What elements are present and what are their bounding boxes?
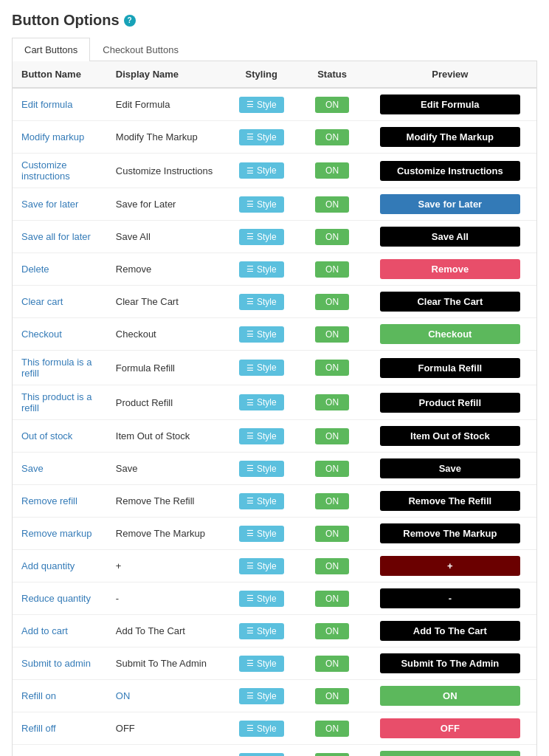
button-name-link-save-all-for-later[interactable]: Save all for later bbox=[21, 231, 91, 242]
style-button-save-all-for-later[interactable]: ☰ Style bbox=[239, 229, 284, 245]
display-name-cell-edit-formula: Edit Formula bbox=[107, 88, 222, 121]
display-name-cell-clear-cart: Clear The Cart bbox=[107, 286, 222, 318]
button-name-link-this-formula-is-a-refill[interactable]: This formula is a refill bbox=[21, 357, 92, 379]
style-button-submit-to-admin[interactable]: ☰ Style bbox=[239, 656, 284, 672]
style-button-add-quantity[interactable]: ☰ Style bbox=[239, 558, 284, 574]
help-icon[interactable]: ? bbox=[124, 15, 136, 27]
status-button-remove-markup[interactable]: ON bbox=[315, 526, 349, 542]
display-name-cell-modify-markup: Modify The Markup bbox=[107, 121, 222, 154]
status-button-save-all-for-later[interactable]: ON bbox=[315, 229, 349, 245]
preview-button-save-all-for-later[interactable]: Save All bbox=[380, 227, 520, 247]
preview-button-refill-off[interactable]: OFF bbox=[380, 718, 520, 738]
status-button-checkout[interactable]: ON bbox=[315, 326, 349, 343]
style-button-reduce-quantity[interactable]: ☰ Style bbox=[239, 591, 284, 607]
status-button-out-of-stock[interactable]: ON bbox=[315, 428, 349, 444]
status-button-this-product-is-a-refill[interactable]: ON bbox=[315, 394, 349, 410]
status-button-submit-to-admin[interactable]: ON bbox=[315, 656, 349, 672]
status-button-refill-on[interactable]: ON bbox=[315, 688, 349, 704]
status-button-clear-cart[interactable]: ON bbox=[315, 294, 349, 310]
button-name-link-submit-to-admin[interactable]: Submit to admin bbox=[21, 658, 91, 669]
tab-checkout-buttons[interactable]: Checkout Buttons bbox=[90, 38, 191, 61]
preview-button-this-product-is-a-refill[interactable]: Product Refill bbox=[380, 393, 520, 413]
preview-button-customize-instructions[interactable]: Customize Instructions bbox=[380, 161, 520, 181]
preview-button-edit-formula[interactable]: Edit Formula bbox=[380, 94, 520, 114]
status-button-reduce-quantity[interactable]: ON bbox=[315, 591, 349, 607]
preview-button-remove-markup[interactable]: Remove The Markup bbox=[380, 523, 520, 543]
button-name-link-refill-off[interactable]: Refill off bbox=[21, 723, 56, 734]
status-button-modify-markup[interactable]: ON bbox=[315, 129, 349, 145]
button-name-link-this-product-is-a-refill[interactable]: This product is a refill bbox=[21, 391, 92, 413]
style-button-this-product-is-a-refill[interactable]: ☰ Style bbox=[239, 394, 284, 410]
style-button-add-to-cart[interactable]: ☰ Style bbox=[239, 623, 284, 639]
preview-button-checkout[interactable]: Checkout bbox=[380, 324, 520, 344]
button-name-link-reduce-quantity[interactable]: Reduce quantity bbox=[21, 593, 91, 604]
style-button-modify-markup[interactable]: ☰ Style bbox=[239, 129, 284, 145]
status-button-refill-off[interactable]: ON bbox=[315, 721, 349, 737]
style-button-this-formula-is-a-refill[interactable]: ☰ Style bbox=[239, 360, 284, 376]
button-name-cell-submit-to-admin: Submit to admin bbox=[13, 647, 107, 680]
preview-button-save-for-later[interactable]: Save for Later bbox=[380, 194, 520, 214]
status-cell-remove-markup: ON bbox=[300, 518, 363, 550]
preview-button-clear-cart[interactable]: Clear The Cart bbox=[380, 292, 520, 312]
button-name-link-remove-refill[interactable]: Remove refill bbox=[21, 495, 77, 506]
button-name-link-checkout[interactable]: Checkout bbox=[21, 329, 62, 340]
button-name-link-add-to-cart[interactable]: Add to cart bbox=[21, 625, 68, 636]
button-name-link-add-quantity[interactable]: Add quantity bbox=[21, 560, 75, 571]
style-button-in-stock[interactable]: ☰ Style bbox=[239, 753, 284, 757]
button-name-link-edit-formula[interactable]: Edit formula bbox=[21, 99, 72, 110]
table-row: Out of stockItem Out of Stock☰ StyleONIt… bbox=[13, 420, 536, 453]
display-name-link-refill-on[interactable]: ON bbox=[116, 690, 131, 701]
button-name-link-out-of-stock[interactable]: Out of stock bbox=[21, 430, 72, 441]
status-button-this-formula-is-a-refill[interactable]: ON bbox=[315, 360, 349, 376]
display-name-cell-remove-refill: Remove The Refill bbox=[107, 485, 222, 518]
tab-cart-buttons[interactable]: Cart Buttons bbox=[12, 38, 90, 61]
preview-button-save[interactable]: Save bbox=[380, 458, 520, 478]
style-button-delete[interactable]: ☰ Style bbox=[239, 261, 284, 278]
status-button-in-stock[interactable]: ON bbox=[315, 753, 349, 757]
style-button-save[interactable]: ☰ Style bbox=[239, 461, 284, 477]
preview-button-refill-on[interactable]: ON bbox=[380, 686, 520, 706]
button-name-link-refill-on[interactable]: Refill on bbox=[21, 690, 56, 701]
table-row: Modify markupModify The Markup☰ StyleONM… bbox=[13, 121, 536, 154]
button-name-link-clear-cart[interactable]: Clear cart bbox=[21, 296, 63, 307]
status-button-save[interactable]: ON bbox=[315, 461, 349, 477]
status-button-add-to-cart[interactable]: ON bbox=[315, 623, 349, 639]
button-name-link-save-for-later[interactable]: Save for later bbox=[21, 199, 78, 210]
status-button-save-for-later[interactable]: ON bbox=[315, 196, 349, 213]
style-button-out-of-stock[interactable]: ☰ Style bbox=[239, 428, 284, 444]
style-button-refill-on[interactable]: ☰ Style bbox=[239, 688, 284, 704]
style-button-edit-formula[interactable]: ☰ Style bbox=[239, 97, 284, 113]
preview-button-this-formula-is-a-refill[interactable]: Formula Refill bbox=[380, 358, 520, 378]
preview-button-add-quantity[interactable]: + bbox=[380, 556, 520, 576]
style-button-refill-off[interactable]: ☰ Style bbox=[239, 721, 284, 737]
status-button-remove-refill[interactable]: ON bbox=[315, 493, 349, 509]
preview-button-modify-markup[interactable]: Modify The Markup bbox=[380, 127, 520, 147]
button-name-link-modify-markup[interactable]: Modify markup bbox=[21, 131, 84, 142]
preview-button-out-of-stock[interactable]: Item Out of Stock bbox=[380, 426, 520, 446]
preview-button-remove-refill[interactable]: Remove The Refill bbox=[380, 491, 520, 511]
preview-button-in-stock[interactable]: In Stock bbox=[380, 751, 520, 756]
button-name-link-customize-instructions[interactable]: Customize instructions bbox=[21, 159, 70, 182]
style-button-save-for-later[interactable]: ☰ Style bbox=[239, 196, 284, 213]
style-button-remove-markup[interactable]: ☰ Style bbox=[239, 526, 284, 542]
button-name-cell-refill-off: Refill off bbox=[13, 712, 107, 745]
style-icon: ☰ bbox=[246, 329, 254, 339]
button-name-cell-checkout: Checkout bbox=[13, 318, 107, 351]
preview-button-reduce-quantity[interactable]: - bbox=[380, 588, 520, 608]
style-button-remove-refill[interactable]: ☰ Style bbox=[239, 493, 284, 509]
preview-button-add-to-cart[interactable]: Add To The Cart bbox=[380, 621, 520, 641]
status-button-customize-instructions[interactable]: ON bbox=[315, 162, 349, 179]
button-name-link-remove-markup[interactable]: Remove markup bbox=[21, 528, 92, 539]
status-button-add-quantity[interactable]: ON bbox=[315, 558, 349, 574]
preview-button-submit-to-admin[interactable]: Submit To The Admin bbox=[380, 653, 520, 673]
style-button-customize-instructions[interactable]: ☰ Style bbox=[239, 162, 284, 179]
status-button-delete[interactable]: ON bbox=[315, 261, 349, 278]
button-name-link-delete[interactable]: Delete bbox=[21, 264, 49, 275]
style-button-clear-cart[interactable]: ☰ Style bbox=[239, 294, 284, 310]
status-button-edit-formula[interactable]: ON bbox=[315, 97, 349, 113]
style-button-checkout[interactable]: ☰ Style bbox=[239, 326, 284, 343]
preview-button-delete[interactable]: Remove bbox=[380, 259, 520, 279]
status-cell-modify-markup: ON bbox=[300, 121, 363, 154]
styling-cell-in-stock: ☰ Style bbox=[222, 745, 301, 757]
button-name-link-save[interactable]: Save bbox=[21, 463, 44, 474]
